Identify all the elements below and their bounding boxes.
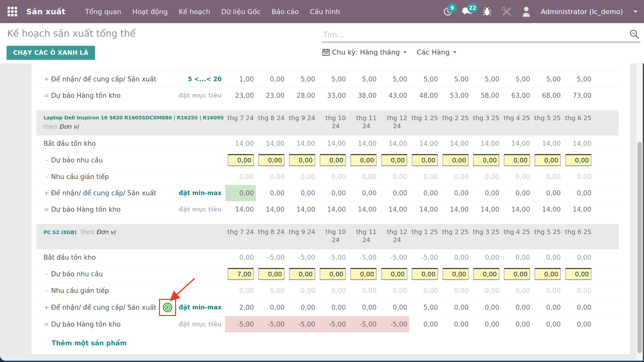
bug-icon[interactable] [482, 7, 492, 17]
month-column-header: thg 7 24 [225, 224, 256, 236]
menu-operations[interactable]: Hoạt động [132, 8, 168, 16]
cell: 33,00 [317, 87, 348, 104]
search-icon[interactable] [629, 29, 640, 40]
menu-configuration[interactable]: Cấu hình [310, 8, 340, 16]
cell-value: 0,00 [423, 189, 438, 197]
month-column-header: thg 3 25 [471, 224, 501, 236]
cell: -5,00 [379, 316, 409, 332]
search-underline [322, 42, 640, 42]
cell-value: 0,00 [515, 287, 530, 294]
search-placeholder: Tìm... [323, 30, 344, 39]
demand-input[interactable]: 0,00 [320, 154, 346, 166]
cell-value: 14,00 [450, 140, 469, 147]
menu-overview[interactable]: Tổng quan [85, 8, 121, 16]
period-filter[interactable]: Chu kỳ: Hàng tháng [323, 48, 407, 56]
demand-input[interactable]: 0,00 [350, 154, 377, 166]
cell-value: 0,00 [454, 287, 469, 294]
cell-value: 0,00 [485, 254, 499, 261]
target-icon[interactable] [162, 302, 173, 313]
cell-value: 33,00 [327, 92, 346, 99]
vertical-scrollbar[interactable] [636, 63, 643, 361]
rows-filter[interactable]: Các Hàng [417, 48, 457, 56]
demand-input[interactable]: 0,00 [350, 268, 377, 280]
user-menu[interactable]: Administrator (lc_demo) [541, 8, 623, 16]
cell-value: 5,00 [423, 75, 438, 83]
cell-value: 14,00 [266, 140, 285, 147]
demand-input[interactable]: 0,00 [504, 154, 530, 166]
cell: 0,00 [471, 316, 501, 332]
demand-input[interactable]: 0,00 [412, 268, 438, 280]
user-menu-caret-icon[interactable] [633, 11, 637, 13]
cell: 0,00 [440, 266, 471, 282]
demand-input[interactable]: 7,00 [228, 268, 254, 280]
product-section-title: PC S2 (8GB)theoĐơn vị [36, 224, 225, 236]
demand-input[interactable]: 0,00 [442, 154, 469, 166]
scrollbar-thumb[interactable] [637, 142, 642, 353]
cell-value: 0,00 [454, 321, 469, 328]
row-operator: - [44, 270, 50, 278]
menu-planning[interactable]: Kế hoạch [179, 8, 210, 16]
demand-input[interactable]: 0,00 [442, 268, 469, 280]
cell: 0,00 [471, 283, 501, 299]
demand-input[interactable]: 0,00 [504, 268, 530, 280]
cell-value: 0,00 [239, 173, 254, 180]
demand-input[interactable]: 0,00 [473, 268, 499, 280]
support-tools-icon[interactable] [502, 7, 512, 17]
messages-icon[interactable]: 22 [462, 7, 472, 17]
cell-value: 0,00 [546, 321, 561, 328]
set-minmax-link[interactable]: đặt min-max [177, 304, 225, 311]
demand-input[interactable]: 0,00 [289, 268, 315, 280]
demand-input[interactable]: 0,00 [535, 268, 561, 280]
menu-master-data[interactable]: Dữ liệu Gốc [221, 8, 261, 16]
row-label: -Dự báo nhu cầu [36, 270, 177, 278]
cell: 0,00 [532, 266, 563, 282]
avatar[interactable] [521, 7, 531, 17]
demand-input[interactable]: 0,00 [258, 154, 285, 166]
search-bar[interactable]: Tìm... [322, 26, 640, 43]
cell-value: 0,00 [577, 287, 591, 294]
product-section-header: PC S2 (8GB)theoĐơn vịthg 7 24thg 8 24thg… [36, 224, 619, 249]
cell: 5,00 [471, 71, 501, 87]
run-green-cells-button[interactable]: CHẠY CÁC Ô XANH LÁ [7, 46, 95, 60]
demand-input[interactable]: 0,00 [381, 268, 407, 280]
cell: 0,00 [501, 316, 532, 332]
cell: 0,00 [379, 185, 409, 201]
app-title[interactable]: Sản xuất [26, 7, 65, 16]
demand-input[interactable]: 0,00 [320, 268, 346, 280]
activity-icon[interactable]: 9 [443, 7, 453, 17]
cell-value: 23,00 [266, 92, 285, 99]
demand-input[interactable]: 0,00 [258, 268, 285, 280]
cell: 0,00 [471, 249, 501, 265]
demand-input[interactable]: 0,00 [565, 268, 591, 280]
cell: 14,00 [317, 201, 348, 217]
cell: 0,00 [225, 283, 256, 299]
cell: 14,00 [287, 135, 317, 152]
demand-input[interactable]: 0,00 [535, 154, 561, 166]
cell: -5,00 [287, 249, 317, 265]
product-name[interactable]: PC S2 (8GB) [44, 229, 76, 235]
demand-input[interactable]: 0,00 [228, 154, 254, 166]
cell-value: 14,00 [573, 206, 591, 213]
row-operator: - [44, 287, 50, 294]
month-column-header: thg 1124 [348, 110, 379, 130]
demand-input[interactable]: 0,00 [412, 154, 438, 166]
set-target-link[interactable]: đặt mục tiêu [177, 321, 225, 328]
demand-input[interactable]: 0,00 [473, 154, 499, 166]
minmax-range-link[interactable]: 5 <...< 20 [177, 76, 225, 83]
set-minmax-link[interactable]: đặt min-max [177, 190, 225, 197]
set-target-link[interactable]: đặt mục tiêu [177, 206, 225, 213]
apps-menu-icon[interactable] [8, 7, 17, 16]
demand-input[interactable]: 0,00 [381, 154, 407, 166]
cell: 0,00 [501, 299, 532, 316]
calendar-icon [323, 49, 330, 56]
mps-row: -Dự báo nhu cầu0,000,000,000,000,000,000… [36, 152, 619, 168]
add-product-link[interactable]: Thêm một sản phẩm [36, 332, 630, 347]
cell: 5,00 [440, 71, 471, 87]
demand-input[interactable]: 0,00 [565, 154, 591, 166]
product-name[interactable]: Laptop Dell Inspiron 16 5620 R1605SDCXM8… [44, 115, 224, 121]
cell-value: 0,00 [577, 189, 591, 197]
set-target-link[interactable]: đặt mục tiêu [177, 92, 225, 99]
menu-reporting[interactable]: Báo cáo [272, 8, 299, 16]
demand-input[interactable]: 0,00 [289, 154, 315, 166]
cell: 14,00 [440, 201, 471, 217]
